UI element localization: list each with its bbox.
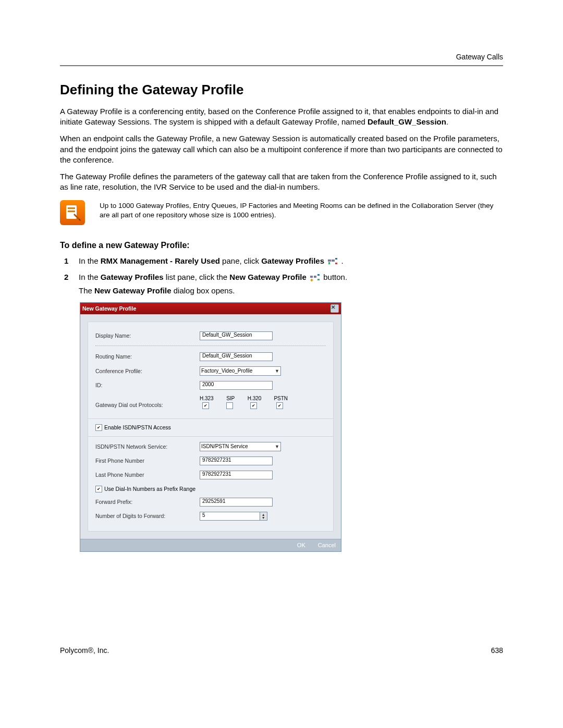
h323-checkbox[interactable]: ✔ (202, 402, 209, 409)
last-phone-label: Last Phone Number (95, 472, 200, 478)
enable-isdn-label: Enable ISDN/PSTN Access (104, 425, 171, 430)
svg-rect-7 (335, 263, 337, 264)
forward-prefix-input[interactable]: 29252591 (200, 498, 273, 507)
isdn-service-select[interactable]: ISDN/PSTN Service ▼ (200, 442, 281, 451)
chevron-down-icon: ▼ (275, 369, 279, 374)
isdn-service-label: ISDN/PSTN Network Service: (95, 444, 200, 450)
use-prefix-checkbox[interactable]: ✔ (95, 486, 102, 492)
close-icon[interactable]: ✕ (331, 304, 339, 313)
svg-rect-8 (310, 276, 313, 278)
digits-forward-spinner[interactable]: 5 ▲▼ (200, 512, 267, 521)
conference-profile-select[interactable]: Factory_Video_Profile ▼ (200, 366, 281, 376)
separator (95, 346, 326, 346)
chevron-down-icon: ▼ (275, 445, 279, 449)
new-gateway-profile-icon (310, 274, 320, 282)
first-phone-input[interactable]: 9782927231 (200, 456, 273, 465)
svg-rect-13 (317, 279, 320, 280)
digits-forward-label: Number of Digits to Forward: (95, 513, 200, 519)
h320-checkbox[interactable]: ✔ (250, 402, 257, 409)
sip-checkbox[interactable] (226, 402, 233, 409)
enable-isdn-checkbox[interactable]: ✔ (95, 424, 102, 431)
note-block: Up to 1000 Gateway Profiles, Entry Queue… (60, 200, 503, 225)
page-header: Gateway Calls (60, 52, 503, 65)
protocols-label: Gateway Dial out Protocols: (95, 396, 200, 408)
header-rule (60, 65, 503, 66)
paragraph-1: A Gateway Profile is a conferencing enti… (60, 106, 503, 128)
cancel-button[interactable]: Cancel (318, 542, 336, 548)
gateway-profiles-icon (327, 257, 338, 266)
footer-left: Polycom®, Inc. (60, 646, 109, 656)
new-gateway-profile-dialog: New Gateway Profile ✕ Display Name: Defa… (80, 302, 341, 552)
step-2: 2 In the Gateway Profiles list pane, cli… (79, 272, 503, 297)
svg-rect-9 (314, 276, 316, 278)
svg-rect-6 (335, 258, 337, 260)
paragraph-3: The Gateway Profile defines the paramete… (60, 171, 503, 193)
dialog-footer: OK Cancel (80, 539, 341, 551)
note-icon (60, 200, 85, 225)
conference-profile-label: Conference Profile: (95, 368, 200, 374)
routing-name-label: Routing Name: (95, 354, 200, 360)
note-text: Up to 1000 Gateway Profiles, Entry Queue… (100, 200, 503, 225)
last-phone-input[interactable]: 9782927231 (200, 471, 273, 479)
use-prefix-label: Use Dial-In Numbers as Prefix Range (104, 486, 195, 492)
dialog-title: New Gateway Profile (82, 306, 136, 312)
first-phone-label: First Phone Number (95, 458, 200, 464)
footer-page-number: 638 (491, 646, 503, 656)
step-1: 1 In the RMX Management - Rarely Used pa… (79, 256, 503, 266)
svg-rect-4 (332, 260, 335, 262)
id-label: ID: (95, 382, 200, 388)
svg-rect-2 (68, 211, 75, 212)
procedure-title: To define a new Gateway Profile: (60, 240, 503, 251)
svg-rect-3 (328, 260, 331, 262)
svg-rect-10 (317, 274, 320, 276)
svg-rect-12 (311, 279, 313, 280)
display-name-label: Display Name: (95, 333, 200, 339)
svg-rect-5 (328, 262, 330, 264)
routing-name-input[interactable]: Default_GW_Session (200, 352, 273, 361)
forward-prefix-label: Forward Prefix: (95, 499, 200, 505)
svg-rect-1 (68, 207, 75, 209)
id-input[interactable]: 2000 (200, 381, 273, 390)
display-name-input[interactable]: Default_GW_Session (200, 331, 273, 340)
paragraph-2: When an endpoint calls the Gateway Profi… (60, 133, 503, 165)
ok-button[interactable]: OK (297, 542, 305, 548)
spinner-arrows-icon[interactable]: ▲▼ (260, 512, 267, 521)
dialog-titlebar: New Gateway Profile ✕ (80, 303, 341, 314)
page-title: Defining the Gateway Profile (60, 81, 503, 99)
pstn-checkbox[interactable]: ✔ (276, 402, 283, 409)
